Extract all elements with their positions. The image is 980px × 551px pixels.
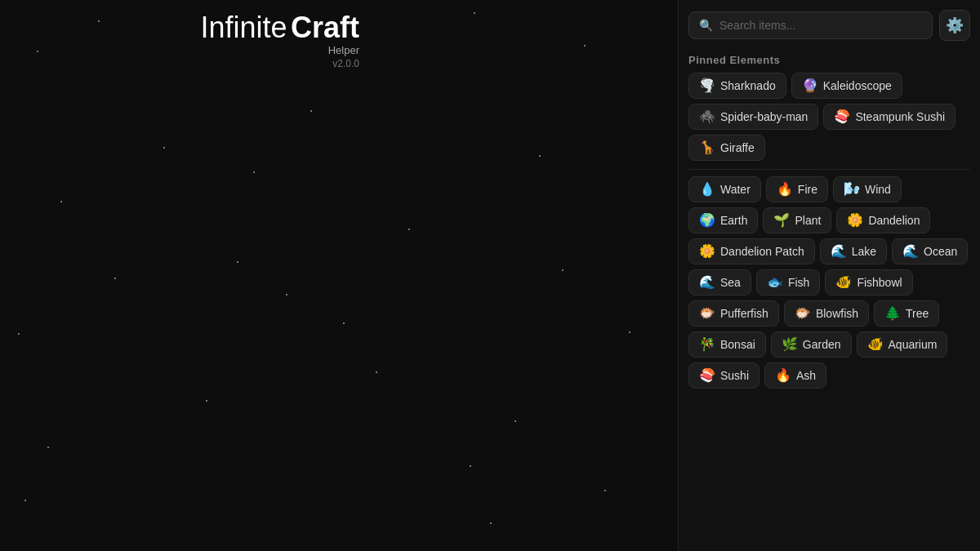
element-emoji: 🌍: [699, 214, 715, 227]
settings-button[interactable]: ⚙️: [939, 10, 970, 41]
element-chip[interactable]: 🎋 Bonsai: [688, 331, 766, 358]
element-emoji: 🐟: [767, 276, 783, 289]
element-chip[interactable]: 🌲 Tree: [874, 300, 939, 327]
star: [604, 490, 606, 491]
element-label: Lake: [852, 245, 876, 258]
element-emoji: 🐠: [835, 276, 852, 289]
element-chip[interactable]: 🌊 Lake: [820, 238, 887, 264]
element-emoji: 🍣: [834, 110, 850, 123]
element-emoji: 🐡: [795, 307, 811, 320]
element-chip[interactable]: 🔥 Ash: [764, 362, 826, 389]
element-label: Dandelion: [868, 214, 920, 227]
element-chip[interactable]: 💧 Water: [688, 176, 761, 202]
element-label: Sushi: [720, 369, 749, 382]
element-label: Pufferfish: [720, 307, 768, 320]
pinned-element-chip[interactable]: 🔮 Kaleidoscope: [791, 73, 902, 99]
star: [18, 333, 20, 335]
sidebar-header: 🔍 ⚙️: [679, 0, 980, 47]
element-chip[interactable]: 🐡 Pufferfish: [688, 300, 779, 327]
element-chip[interactable]: 🔥 Fire: [766, 176, 828, 202]
pinned-element-chip[interactable]: 🍣 Steampunk Sushi: [823, 104, 956, 130]
element-chip[interactable]: 🌊 Ocean: [892, 238, 968, 264]
element-chip[interactable]: 🐟 Fish: [756, 269, 820, 295]
star: [514, 420, 516, 422]
element-chip[interactable]: 🌱 Plant: [763, 207, 831, 233]
star: [343, 322, 345, 324]
element-label: Sea: [720, 276, 741, 289]
element-label: Garden: [803, 338, 841, 351]
element-emoji: 🌪️: [699, 79, 715, 92]
element-emoji: 🔥: [777, 183, 793, 196]
element-label: Plant: [795, 214, 821, 227]
element-label: Fish: [788, 276, 809, 289]
element-label: Water: [720, 183, 751, 196]
element-emoji: 🌊: [831, 245, 847, 258]
pinned-element-chip[interactable]: 🕷️ Spider-baby-man: [688, 104, 818, 130]
element-label: Fishbowl: [857, 276, 902, 289]
element-emoji: 💧: [699, 183, 715, 196]
element-chip[interactable]: 🌼 Dandelion: [836, 207, 930, 233]
element-emoji: 🐡: [699, 307, 715, 320]
element-label: Kaleidoscope: [823, 79, 892, 92]
element-emoji: 🌬️: [844, 183, 860, 196]
element-chip[interactable]: 🌿 Garden: [771, 331, 852, 358]
title-infinite: Infinite Craft: [200, 12, 359, 43]
element-chip[interactable]: 🐡 Blowfish: [784, 300, 869, 327]
pinned-element-chip[interactable]: 🦒 Giraffe: [688, 135, 765, 161]
star: [629, 331, 630, 333]
element-label: Wind: [865, 183, 891, 196]
pinned-element-chip[interactable]: 🌪️ Sharknado: [688, 73, 786, 99]
element-emoji: 🔥: [775, 369, 791, 382]
canvas-area[interactable]: Infinite Craft Helper v2.0.0: [0, 0, 678, 551]
element-emoji: 🌊: [699, 276, 715, 289]
star: [408, 229, 410, 230]
element-emoji: 🐠: [867, 338, 884, 351]
star: [562, 269, 564, 271]
star: [584, 45, 586, 47]
sidebar: 🔍 ⚙️ Pinned Elements 🌪️ Sharknado 🔮 Kale…: [678, 0, 980, 551]
star: [60, 201, 62, 202]
element-label: Spider-baby-man: [720, 110, 808, 123]
star: [376, 371, 377, 373]
star: [114, 278, 116, 279]
star: [286, 294, 287, 295]
star: [310, 110, 312, 112]
search-box[interactable]: 🔍: [688, 11, 933, 39]
section-divider: [688, 169, 970, 170]
star: [24, 500, 26, 501]
star: [474, 12, 475, 14]
element-label: Blowfish: [816, 307, 858, 320]
title-version: v2.0.0: [200, 58, 359, 69]
element-label: Dandelion Patch: [720, 245, 804, 258]
element-emoji: 🦒: [699, 141, 715, 154]
element-chip[interactable]: 🍣 Sushi: [688, 362, 760, 389]
element-emoji: 🌊: [902, 245, 919, 258]
star: [206, 400, 207, 402]
element-label: Tree: [906, 307, 929, 320]
star: [237, 261, 238, 263]
star: [470, 465, 471, 467]
element-chip[interactable]: 🐠 Fishbowl: [825, 269, 912, 295]
star: [37, 51, 38, 52]
element-emoji: 🌼: [847, 214, 863, 227]
element-emoji: 🌱: [773, 214, 790, 227]
element-label: Steampunk Sushi: [855, 110, 945, 123]
element-label: Fire: [798, 183, 817, 196]
pinned-section-label: Pinned Elements: [688, 54, 970, 66]
element-emoji: 🌿: [782, 338, 798, 351]
element-emoji: 🕷️: [699, 110, 715, 123]
element-chip[interactable]: 🐠 Aquarium: [857, 331, 948, 358]
element-chip[interactable]: 🌍 Earth: [688, 207, 758, 233]
element-label: Earth: [720, 214, 747, 227]
search-input[interactable]: [719, 19, 922, 32]
element-label: Ocean: [924, 245, 957, 258]
sidebar-content: Pinned Elements 🌪️ Sharknado 🔮 Kaleidosc…: [679, 47, 980, 551]
gear-icon: ⚙️: [946, 16, 964, 34]
app-title: Infinite Craft Helper v2.0.0: [200, 12, 359, 69]
element-emoji: 🍣: [699, 369, 715, 382]
star: [163, 147, 165, 149]
element-chip[interactable]: 🌊 Sea: [688, 269, 751, 295]
element-chip[interactable]: 🌼 Dandelion Patch: [688, 238, 815, 264]
search-icon: 🔍: [699, 19, 713, 32]
element-chip[interactable]: 🌬️ Wind: [833, 176, 902, 202]
